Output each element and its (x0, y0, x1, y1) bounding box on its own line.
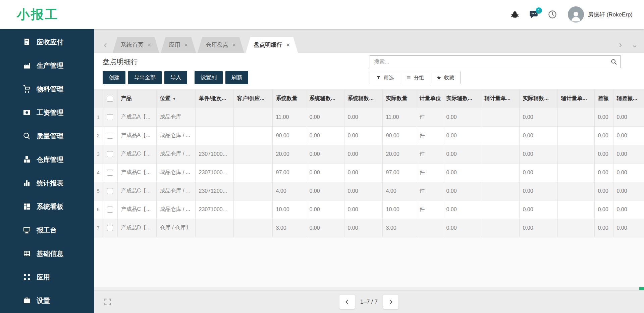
table-cell (233, 126, 272, 145)
column-header-8[interactable]: 计量单位 (416, 89, 443, 108)
table-cell: 10.00 (382, 200, 416, 219)
column-header-2[interactable]: 单件/批次... (195, 89, 233, 108)
row-checkbox[interactable] (107, 133, 113, 139)
column-header-9[interactable]: 实际辅数... (443, 89, 481, 108)
group-button[interactable]: 分组 (400, 71, 430, 84)
column-header-6[interactable]: 系统辅数... (344, 89, 382, 108)
create-button[interactable]: 创建 (103, 71, 125, 84)
table-cell: 成品仓库 / ... (156, 126, 195, 145)
table-row[interactable]: 3产成品C【...成品仓库 / ...23071000...20.000.000… (94, 145, 644, 163)
table-cell (233, 145, 272, 163)
column-header-1[interactable]: 位置▼ (156, 89, 195, 108)
export-all-button[interactable]: 导出全部 (128, 71, 162, 84)
column-header-4[interactable]: 系统数量 (272, 89, 306, 108)
action-buttons: 创建导出全部导入设置列刷新 (103, 71, 251, 84)
row-checkbox[interactable] (107, 170, 113, 176)
tab-home[interactable]: 系统首页× (113, 37, 159, 53)
column-header-5[interactable]: 系统辅数... (306, 89, 344, 108)
expand-selection-icon[interactable] (103, 298, 112, 306)
sidebar-item-basic-info[interactable]: 基础信息 (0, 242, 94, 265)
user-menu[interactable]: 房振轩 (RokeErp) (588, 11, 633, 18)
column-header-3[interactable]: 客户/供应... (233, 89, 272, 108)
row-select-cell (103, 182, 117, 200)
column-label: 产品 (121, 95, 132, 101)
sidebar-item-apps[interactable]: 应用 (0, 265, 94, 289)
content-header: 盘点明细行 (94, 53, 644, 68)
filter-button[interactable]: 筛选 (370, 71, 400, 84)
table-cell (557, 126, 594, 145)
column-header-0[interactable]: 产品 (117, 89, 156, 108)
tab-inventory-count[interactable]: 仓库盘点× (198, 37, 244, 53)
column-header-11[interactable]: 实际辅数... (519, 89, 557, 108)
close-tab-icon[interactable]: × (148, 42, 151, 48)
table-cell: 4.00 (272, 182, 306, 200)
table-cell: 0.00 (443, 200, 481, 219)
sidebar-item-reports[interactable]: 统计报表 (0, 171, 94, 195)
table-row[interactable]: 2产成品A【...成品仓库 / ...90.000.000.0090.00件0.… (94, 126, 644, 145)
bug-icon[interactable] (510, 10, 520, 19)
column-header-10[interactable]: 辅计量单... (481, 89, 519, 108)
table-row[interactable]: 4产成品C【...成品仓库 / ...23071000...97.000.000… (94, 163, 644, 182)
row-checkbox[interactable] (107, 207, 113, 213)
table-row[interactable]: 1产成品A【...成品仓库11.000.000.0011.00件0.000.00… (94, 108, 644, 126)
table-row[interactable]: 6产成品C【...成品仓库 / ...23071000...10.000.000… (94, 200, 644, 219)
sidebar-item-quality[interactable]: 质量管理 (0, 124, 94, 148)
chat-icon[interactable]: 1 (529, 10, 538, 19)
table-row[interactable]: 7产成品D【...仓库 / 仓库13.000.000.003.000.000.0… (94, 219, 644, 237)
clock-icon[interactable] (548, 10, 557, 19)
select-all-checkbox[interactable] (107, 96, 113, 102)
table-cell: 产成品C【... (117, 182, 156, 200)
tabs-scroll-left-icon[interactable]: ‹ (98, 37, 113, 53)
set-columns-button[interactable]: 设置列 (195, 71, 223, 84)
topbar: 小报工 1 房振轩 (RokeErp) (0, 0, 644, 29)
import-button[interactable]: 导入 (164, 71, 187, 84)
column-header-7[interactable]: 实际数量 (382, 89, 416, 108)
close-tab-icon[interactable]: × (232, 42, 236, 48)
table-cell: 23071000... (195, 163, 233, 182)
sidebar-item-dashboard[interactable]: 系统看板 (0, 195, 94, 218)
records-table: 产品位置▼单件/批次...客户/供应...系统数量系统辅数...系统辅数...实… (94, 89, 644, 237)
sidebar-item-production[interactable]: 生产管理 (0, 54, 94, 77)
table-cell: 0.00 (594, 163, 613, 182)
tab-count-lines[interactable]: 盘点明细行× (246, 37, 298, 53)
close-tab-icon[interactable]: × (184, 42, 188, 48)
search-icon[interactable] (610, 58, 617, 65)
sidebar-item-materials[interactable]: 物料管理 (0, 77, 94, 101)
tabs-menu-icon[interactable]: ⌄ (628, 37, 641, 53)
refresh-button[interactable]: 刷新 (225, 71, 248, 84)
sidebar-item-receivables[interactable]: 应收应付 (0, 30, 94, 54)
tabs-scroll-right-icon[interactable]: › (613, 37, 628, 53)
pager-next-button[interactable] (383, 295, 398, 309)
pager-previous-button[interactable] (339, 295, 355, 309)
table-cell: 0.00 (306, 200, 344, 219)
filter-label: 筛选 (384, 75, 394, 81)
row-checkbox[interactable] (107, 114, 113, 120)
tab-apps[interactable]: 应用× (161, 37, 196, 53)
table-cell (557, 182, 594, 200)
table-cell: 0.00 (443, 219, 481, 237)
row-checkbox[interactable] (107, 188, 113, 194)
row-checkbox[interactable] (107, 151, 113, 157)
favorite-button[interactable]: 收藏 (430, 71, 460, 84)
row-checkbox[interactable] (107, 225, 113, 231)
column-header-14[interactable]: 辅差额... (613, 89, 644, 108)
table-cell: 产成品A【... (117, 126, 156, 145)
sidebar-item-warehouse[interactable]: 仓库管理 (0, 148, 94, 171)
table-cell: 仓库 / 仓库1 (156, 219, 195, 237)
row-number: 6 (94, 200, 103, 219)
table-cell: 0.00 (519, 219, 557, 237)
table-cell: 产成品C【... (117, 145, 156, 163)
column-header-12[interactable]: 辅计量单... (557, 89, 594, 108)
table-cell: 0.00 (443, 145, 481, 163)
table-row[interactable]: 5产成品C【...成品仓库 / ...23071200...4.000.000.… (94, 182, 644, 200)
search-input[interactable] (373, 58, 607, 65)
sidebar-item-payroll[interactable]: 工资管理 (0, 101, 94, 124)
column-header-13[interactable]: 差额 (594, 89, 613, 108)
table-cell: 23071200... (195, 182, 233, 200)
horizontal-scrollbar-handle[interactable] (639, 287, 644, 290)
close-tab-icon[interactable]: × (286, 42, 290, 48)
sidebar-item-settings[interactable]: 设置 (0, 289, 94, 312)
user-avatar[interactable] (568, 6, 584, 23)
receipt-icon (23, 38, 31, 46)
sidebar-item-workbench[interactable]: 报工台 (0, 218, 94, 242)
